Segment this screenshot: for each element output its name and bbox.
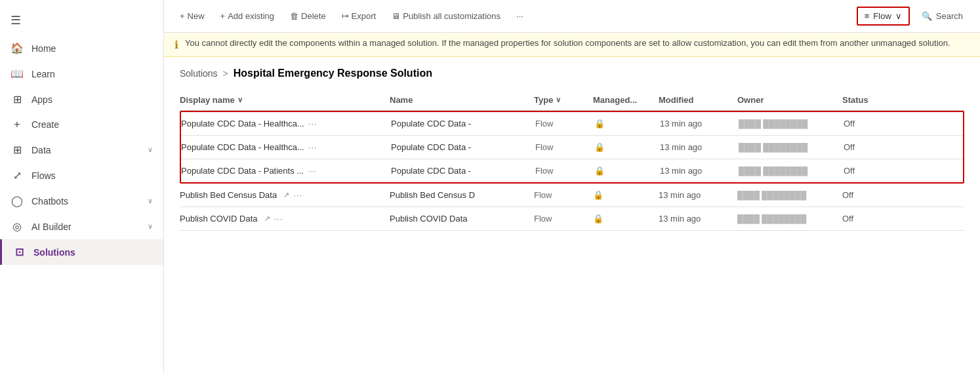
row-managed: 🔒	[594, 166, 660, 176]
row-more-button[interactable]: ···	[308, 142, 317, 152]
external-link-icon: ↗	[283, 191, 289, 199]
col-managed: Managed...	[593, 95, 659, 105]
sidebar-item-apps[interactable]: ⊞ Apps	[0, 87, 163, 112]
row-name: Populate CDC Data -	[391, 119, 535, 128]
row-type: Flow	[534, 190, 593, 200]
table-row[interactable]: Populate CDC Data - Patients ... ··· Pop…	[181, 159, 963, 182]
chevron-down-icon: ∨	[148, 222, 153, 231]
row-more-button[interactable]: ···	[293, 190, 302, 200]
learn-icon: 📖	[10, 68, 24, 80]
more-button[interactable]: ···	[511, 9, 529, 24]
chevron-down-icon: ∨	[895, 11, 902, 21]
row-display-name: Populate CDC Data - Healthca... ···	[181, 119, 391, 128]
table-row[interactable]: Publish COVID Data ↗ ··· Publish COVID D…	[180, 207, 964, 231]
row-owner: ████ ████████	[737, 191, 842, 200]
col-type[interactable]: Type ∨	[534, 95, 593, 105]
row-owner: ████ ████████	[737, 214, 842, 224]
flows-icon: ⤢	[10, 169, 24, 182]
sidebar-item-data[interactable]: ⊞ Data ∨	[0, 137, 163, 163]
breadcrumb-current: Hospital Emergency Response Solution	[234, 68, 432, 79]
row-modified: 13 min ago	[660, 166, 739, 176]
breadcrumb-separator: >	[223, 68, 228, 79]
row-type: Flow	[535, 166, 594, 176]
sidebar-item-solutions[interactable]: ⊡ Solutions	[0, 239, 163, 265]
table-row[interactable]: Publish Bed Census Data ↗ ··· Publish Be…	[180, 184, 964, 207]
sidebar-item-label: AI Builder	[31, 222, 71, 232]
info-icon: ℹ	[174, 39, 178, 51]
row-status: Off	[842, 214, 895, 224]
sidebar-item-flows[interactable]: ⤢ Flows	[0, 163, 163, 188]
search-icon: 🔍	[922, 11, 932, 21]
data-icon: ⊞	[10, 144, 24, 156]
filter-icon: ≡	[865, 11, 870, 21]
row-display-name: Publish COVID Data ↗ ···	[180, 214, 390, 224]
sidebar-item-label: Chatbots	[31, 196, 68, 206]
row-managed: 🔒	[594, 119, 660, 128]
chevron-down-icon: ∨	[237, 96, 243, 104]
plus-icon: +	[180, 11, 185, 21]
more-icon: ···	[516, 11, 523, 21]
col-status: Status	[842, 95, 895, 105]
search-button[interactable]: 🔍 Search	[915, 8, 970, 24]
sidebar-item-home[interactable]: 🏠 Home	[0, 35, 163, 61]
row-modified: 13 min ago	[659, 190, 737, 200]
row-name: Publish Bed Census D	[390, 190, 534, 200]
sidebar-item-create[interactable]: + Create	[0, 112, 163, 137]
breadcrumb: Solutions > Hospital Emergency Response …	[180, 68, 964, 79]
warning-text: You cannot directly edit the components …	[185, 38, 950, 48]
sidebar-item-label: Learn	[31, 69, 55, 79]
toolbar: + New + Add existing 🗑 Delete ↦ Export 🖥…	[164, 0, 980, 33]
sidebar-item-ai-builder[interactable]: ◎ AI Builder ∨	[0, 214, 163, 239]
row-display-name: Publish Bed Census Data ↗ ···	[180, 190, 390, 200]
create-icon: +	[10, 119, 24, 130]
home-icon: 🏠	[10, 42, 24, 54]
row-display-name: Populate CDC Data - Patients ... ···	[181, 166, 391, 176]
chevron-down-icon: ∨	[148, 197, 153, 205]
col-display-name[interactable]: Display name ∨	[180, 95, 390, 105]
breadcrumb-solutions-link[interactable]: Solutions	[180, 68, 218, 79]
row-status: Off	[844, 119, 896, 128]
content-area: Solutions > Hospital Emergency Response …	[164, 57, 980, 373]
new-button[interactable]: + New	[174, 9, 210, 24]
sidebar-item-label: Apps	[31, 94, 52, 105]
warning-banner: ℹ You cannot directly edit the component…	[164, 33, 980, 57]
apps-icon: ⊞	[10, 93, 24, 106]
hamburger-menu[interactable]: ☰	[0, 5, 163, 35]
row-more-button[interactable]: ···	[274, 214, 283, 224]
ai-builder-icon: ◎	[10, 220, 24, 233]
row-name: Publish COVID Data	[390, 214, 534, 224]
row-more-button[interactable]: ···	[308, 119, 317, 128]
delete-icon: 🗑	[290, 11, 298, 21]
sidebar-item-chatbots[interactable]: ◯ Chatbots ∨	[0, 188, 163, 214]
publish-icon: 🖥	[392, 11, 400, 21]
row-modified: 13 min ago	[660, 142, 739, 152]
col-modified: Modified	[659, 95, 737, 105]
table-row[interactable]: Populate CDC Data - Healthca... ··· Popu…	[181, 136, 963, 159]
row-status: Off	[844, 166, 896, 176]
solutions-icon: ⊡	[12, 246, 26, 258]
sidebar-item-label: Data	[31, 145, 51, 155]
publish-button[interactable]: 🖥 Publish all customizations	[386, 9, 506, 24]
row-display-name: Populate CDC Data - Healthca... ···	[181, 142, 391, 152]
row-name: Populate CDC Data -	[391, 166, 535, 176]
row-status: Off	[844, 142, 896, 152]
delete-button[interactable]: 🗑 Delete	[285, 9, 331, 24]
row-type: Flow	[534, 214, 593, 224]
sidebar-item-learn[interactable]: 📖 Learn	[0, 61, 163, 87]
table-header: Display name ∨ Name Type ∨ Managed... Mo…	[180, 90, 964, 111]
sidebar-item-label: Solutions	[33, 247, 75, 258]
add-existing-button[interactable]: + Add existing	[215, 9, 279, 24]
table-row[interactable]: Populate CDC Data - Healthca... ··· Popu…	[181, 112, 963, 136]
row-owner: ████ ████████	[739, 167, 844, 176]
sidebar-item-label: Create	[31, 119, 59, 130]
row-status: Off	[842, 190, 895, 200]
sidebar-item-label: Home	[31, 43, 56, 54]
row-managed: 🔒	[593, 190, 659, 200]
col-owner: Owner	[737, 95, 842, 105]
chevron-down-icon: ∨	[556, 96, 561, 104]
plus-icon: +	[220, 11, 226, 21]
row-managed: 🔒	[593, 214, 659, 224]
export-button[interactable]: ↦ Export	[337, 9, 382, 24]
row-more-button[interactable]: ···	[308, 166, 317, 176]
flow-filter-button[interactable]: ≡ Flow ∨	[857, 7, 910, 26]
